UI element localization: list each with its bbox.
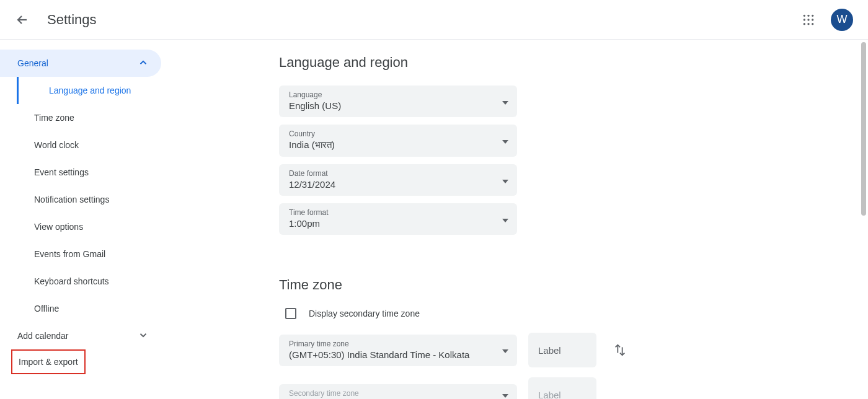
header-right: W [796, 7, 858, 32]
sidebar-item-offline[interactable]: Offline [17, 295, 161, 322]
display-secondary-tz-checkbox[interactable] [285, 308, 296, 319]
field-value: (GMT+05:30) India Standard Time - Kolkat… [289, 349, 507, 360]
dropdown-icon [502, 175, 508, 186]
language-select[interactable]: Language English (US) [279, 86, 517, 117]
chevron-up-icon [138, 57, 149, 70]
field-label: Country [289, 129, 507, 138]
secondary-timezone-row: Secondary time zone Label [279, 377, 868, 399]
dropdown-icon [502, 344, 508, 356]
sidebar-item-world-clock[interactable]: World clock [17, 131, 161, 159]
section-title-language-region: Language and region [279, 55, 868, 71]
display-secondary-tz-row: Display secondary time zone [285, 308, 868, 319]
sidebar-item-event-settings[interactable]: Event settings [17, 159, 161, 186]
svg-point-3 [804, 19, 805, 20]
svg-point-6 [804, 23, 805, 25]
apps-grid-icon [802, 14, 815, 26]
page-title: Settings [47, 12, 97, 28]
app-header: Settings W [0, 0, 868, 40]
primary-timezone-row: Primary time zone (GMT+05:30) India Stan… [279, 333, 868, 367]
scrollbar-thumb[interactable] [861, 42, 866, 216]
sidebar-item-view-options[interactable]: View options [17, 213, 161, 240]
country-select[interactable]: Country India (भारत) [279, 125, 517, 157]
time-format-select[interactable]: Time format 1:00pm [279, 203, 517, 235]
svg-point-7 [807, 23, 809, 25]
secondary-timezone-select[interactable]: Secondary time zone [279, 384, 517, 399]
checkbox-label: Display secondary time zone [309, 309, 420, 318]
avatar[interactable]: W [831, 9, 853, 31]
swap-vertical-icon [613, 343, 627, 357]
field-label: Secondary time zone [289, 389, 507, 398]
content: Language and region Language English (US… [161, 40, 868, 399]
arrow-left-icon [15, 12, 30, 27]
svg-point-4 [807, 19, 809, 20]
sidebar-item-import-export[interactable]: Import & export [11, 349, 86, 374]
dropdown-icon [502, 135, 508, 146]
sidebar-item-keyboard-shortcuts[interactable]: Keyboard shortcuts [17, 268, 161, 295]
svg-point-5 [812, 19, 813, 20]
section-title-timezone: Time zone [279, 277, 868, 293]
field-value: India (भारत) [289, 139, 507, 151]
field-label: Language [289, 90, 507, 99]
sidebar: General Language and region Time zone Wo… [0, 40, 161, 399]
dropdown-icon [502, 214, 508, 225]
dropdown-icon [502, 389, 508, 399]
field-value: 12/31/2024 [289, 179, 507, 190]
header-left: Settings [10, 7, 97, 32]
sidebar-group-add-calendar[interactable]: Add calendar [0, 322, 161, 349]
sidebar-group-general[interactable]: General [0, 50, 161, 77]
svg-point-2 [812, 14, 813, 16]
field-label: Time format [289, 208, 507, 217]
sidebar-item-events-from-gmail[interactable]: Events from Gmail [17, 240, 161, 268]
swap-timezones-button[interactable] [608, 338, 632, 362]
sidebar-item-notification-settings[interactable]: Notification settings [17, 186, 161, 213]
svg-point-1 [807, 14, 809, 16]
chevron-down-icon [138, 330, 149, 343]
field-value: 1:00pm [289, 218, 507, 229]
field-label: Primary time zone [289, 340, 507, 348]
svg-point-8 [812, 23, 813, 25]
sidebar-group-label: General [17, 58, 48, 68]
primary-tz-label-input[interactable]: Label [528, 333, 596, 367]
apps-button[interactable] [796, 7, 821, 32]
secondary-tz-label-input[interactable]: Label [528, 377, 596, 399]
field-label: Date format [289, 169, 507, 178]
date-format-select[interactable]: Date format 12/31/2024 [279, 164, 517, 196]
svg-point-0 [804, 14, 805, 16]
back-button[interactable] [10, 7, 35, 32]
placeholder: Label [538, 390, 561, 400]
scrollbar[interactable] [859, 42, 868, 397]
dropdown-icon [502, 96, 508, 107]
field-value: English (US) [289, 100, 507, 111]
primary-timezone-select[interactable]: Primary time zone (GMT+05:30) India Stan… [279, 335, 517, 366]
body: General Language and region Time zone Wo… [0, 40, 868, 399]
sidebar-item-time-zone[interactable]: Time zone [17, 104, 161, 131]
sidebar-group-label: Add calendar [17, 331, 69, 341]
placeholder: Label [538, 345, 561, 356]
sidebar-item-language-region[interactable]: Language and region [17, 77, 161, 104]
